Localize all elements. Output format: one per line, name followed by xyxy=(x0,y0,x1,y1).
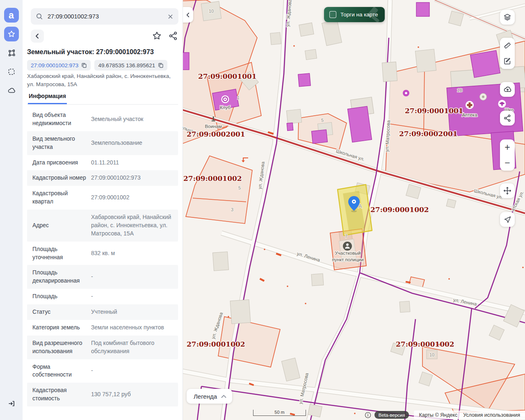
draw-button[interactable] xyxy=(500,53,515,69)
map-container: Школьная ул. Школьная ул. Школьная ул. у… xyxy=(183,0,525,420)
poi-label: Клуб xyxy=(220,105,231,110)
table-row: Площадь уточненная832 кв. м xyxy=(27,242,178,265)
share-icon xyxy=(503,114,512,123)
quarter-label: 27:09:0001002 xyxy=(396,340,454,348)
search-input[interactable] xyxy=(47,13,167,20)
sidebar-item-cloud[interactable] xyxy=(4,83,19,98)
search-icon xyxy=(36,13,43,20)
tab-bar: Информация xyxy=(27,91,178,105)
layers-icon xyxy=(503,13,512,22)
quarter-label: 27:09:0001002 xyxy=(370,205,429,214)
sidebar-item-area-select[interactable] xyxy=(4,64,19,79)
cloud-upload-icon xyxy=(503,85,512,94)
sign-in-button[interactable] xyxy=(4,396,19,411)
navigate-arrow-icon xyxy=(503,215,512,224)
table-row: АдресХабаровский край, Нанайский район, … xyxy=(27,210,178,242)
share-map-button[interactable] xyxy=(500,111,515,126)
sidebar-item-polygon-tool[interactable] xyxy=(4,46,19,60)
building-number: 10 xyxy=(429,352,434,357)
edit-icon xyxy=(503,57,512,66)
table-row: Площадь декларированная- xyxy=(27,265,178,289)
info-table: Вид объекта недвижимостиЗемельный участо… xyxy=(27,107,178,406)
ruler-icon xyxy=(503,41,512,50)
sign-in-icon xyxy=(7,399,16,408)
coordinates-value: 49.678535 136.895621 xyxy=(98,62,155,68)
chevron-left-icon xyxy=(34,33,40,39)
copy-icon[interactable] xyxy=(81,62,87,68)
map-canvas[interactable]: Школьная ул. Школьная ул. Школьная ул. у… xyxy=(183,0,525,420)
sidebar-item-favorites[interactable] xyxy=(4,27,19,41)
table-row: Вид объекта недвижимостиЗемельный участо… xyxy=(27,107,178,131)
page-title: Земельный участок: 27:09:0001002:973 xyxy=(27,48,178,56)
attribution-bar: Beta-версия Карты © Яндекс Условия испол… xyxy=(365,411,525,419)
app-logo-glyph: a xyxy=(9,10,14,21)
object-actions-row xyxy=(31,30,178,43)
quarter-label: 27:09:0001001 xyxy=(405,107,463,115)
share-object-button[interactable] xyxy=(168,31,178,41)
object-chips: 27:09:0001002:973 49.678535 136.895621 xyxy=(27,60,167,71)
scale-label: 50 m xyxy=(274,410,284,415)
poi-label: пункт полиции xyxy=(332,257,364,262)
table-row: Площадь- xyxy=(27,289,178,304)
poi-label: Воинам xyxy=(205,124,221,129)
chevron-up-icon xyxy=(221,395,226,398)
back-button[interactable] xyxy=(31,30,44,43)
quarter-label: 27:09:0002001 xyxy=(187,130,245,138)
table-row: Форма собственности- xyxy=(27,359,178,383)
collapse-panel-button[interactable] xyxy=(183,7,193,23)
info-button[interactable] xyxy=(365,412,371,418)
terms-link[interactable]: Условия использования xyxy=(463,412,520,418)
copy-icon[interactable] xyxy=(158,62,164,68)
object-address: Хабаровский край, Нанайский район, с. Ин… xyxy=(27,72,177,88)
zoom-control: + − xyxy=(500,139,515,171)
table-row: Вид земельного участкаЗемлепользование xyxy=(27,131,178,155)
zoom-out-button[interactable]: − xyxy=(500,155,515,171)
quarter-label: 27:09:0002001 xyxy=(399,130,458,138)
poi-label: Аптека xyxy=(462,112,477,117)
map-copyright[interactable]: Карты © Яндекс xyxy=(419,412,457,418)
quarter-label: 27:09:0001002 xyxy=(183,174,242,183)
pan-mode-button[interactable] xyxy=(500,183,515,198)
poi-label: Участковый xyxy=(335,251,361,256)
table-row: СтатусУчтенный xyxy=(27,304,178,320)
building-number: 7 xyxy=(345,234,347,239)
table-row: Кадастровая стоимость130 757,12 руб xyxy=(27,383,178,406)
quarter-label: 27:09:0001001 xyxy=(198,72,257,80)
legend-button[interactable]: Легенда xyxy=(187,389,232,404)
building-number: 10 xyxy=(209,9,214,14)
beta-badge: Beta-версия xyxy=(374,411,409,419)
object-panel: Земельный участок: 27:09:0001002:973 27:… xyxy=(23,0,183,420)
dashed-selection-icon xyxy=(7,68,16,76)
my-location-button[interactable] xyxy=(500,212,515,227)
clear-search-icon[interactable] xyxy=(167,14,173,20)
auctions-checkbox[interactable] xyxy=(329,11,336,18)
favorite-button[interactable] xyxy=(152,31,162,41)
table-row: Вид разрешенного использованияПод комбин… xyxy=(27,336,178,359)
info-icon xyxy=(365,412,371,418)
building-number: 3 xyxy=(231,207,233,212)
left-rail: a xyxy=(0,0,23,420)
share-icon xyxy=(168,31,178,41)
building-number: 1 xyxy=(237,95,240,100)
cadastral-number-chip[interactable]: 27:09:0001002:973 xyxy=(27,60,91,71)
measure-edit-group xyxy=(500,38,515,69)
auctions-on-map-toggle[interactable]: Торги на карте xyxy=(324,7,385,22)
tab-information[interactable]: Информация xyxy=(28,91,67,104)
upload-button[interactable] xyxy=(500,82,515,97)
cadastral-number-value: 27:09:0001002:973 xyxy=(31,62,78,68)
building-number: 5 xyxy=(238,185,241,190)
table-row: Кадастровый номер27:09:0001002:973 xyxy=(27,170,178,186)
zoom-in-button[interactable]: + xyxy=(500,139,515,155)
building-number: 1В xyxy=(457,88,462,93)
search-bar[interactable] xyxy=(31,8,178,25)
gavel-watermark-icon xyxy=(362,7,383,22)
app-logo[interactable]: a xyxy=(4,8,19,23)
layers-button[interactable] xyxy=(500,10,515,25)
pan-arrows-icon xyxy=(503,186,512,195)
table-row: Кадастровый квартал27:09:0001002 xyxy=(27,186,178,210)
scale-bar: 50 m xyxy=(253,410,306,416)
coordinates-chip[interactable]: 49.678535 136.895621 xyxy=(94,60,167,71)
quarter-label: 27:09:0001002 xyxy=(187,340,245,348)
measure-button[interactable] xyxy=(500,38,515,53)
star-icon xyxy=(7,30,16,38)
